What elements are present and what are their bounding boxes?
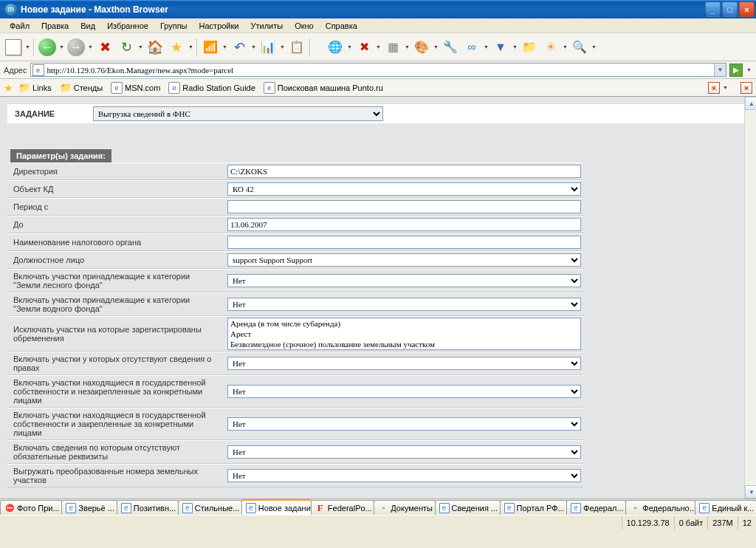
page-body: ЗАДАНИЕ Выгрузка сведений в ФНС Параметр… bbox=[0, 97, 756, 499]
tool-9[interactable]: ☀ bbox=[540, 37, 561, 58]
tab-icon: F bbox=[315, 503, 326, 513]
tool-3[interactable]: ▦ bbox=[382, 37, 403, 58]
menu-view[interactable]: Вид bbox=[75, 20, 101, 32]
forward-button[interactable]: → bbox=[66, 37, 86, 58]
text-input[interactable] bbox=[227, 218, 581, 231]
select-input[interactable]: Нет bbox=[227, 417, 581, 431]
form-row: Объект КДКО 42 bbox=[7, 180, 583, 198]
favorites-button[interactable]: ★ bbox=[166, 37, 187, 58]
close-button[interactable]: × bbox=[739, 1, 755, 17]
go-button[interactable]: ▶ bbox=[729, 64, 743, 77]
tab[interactable]: eПозитивн... bbox=[117, 500, 179, 515]
rss-button[interactable]: 📶 bbox=[200, 37, 221, 58]
status-bar: 10.129.3.78 0 байт 237M 12 bbox=[0, 515, 756, 530]
link-punto[interactable]: eПоисковая машина Punto.ru bbox=[261, 81, 386, 95]
tool-7[interactable]: ▼ bbox=[490, 37, 511, 58]
tab-label: FederalPo... bbox=[328, 504, 372, 513]
tab[interactable]: eСведения ... bbox=[435, 500, 501, 515]
field-label: Включать участки находящиеся в государст… bbox=[7, 408, 225, 439]
link-msn[interactable]: eMSN.com bbox=[108, 81, 163, 95]
select-input[interactable]: Нет bbox=[227, 298, 581, 311]
minimize-button[interactable]: _ bbox=[705, 1, 721, 17]
task-select[interactable]: Выгрузка сведений в ФНС bbox=[93, 106, 383, 121]
home-button[interactable]: 🏠 bbox=[145, 37, 165, 58]
field-label: Включать участки принадлежащие к категор… bbox=[7, 270, 225, 292]
select-input[interactable]: Нет bbox=[227, 274, 581, 287]
status-bytes: 0 байт bbox=[674, 516, 708, 530]
tool-2[interactable]: ✖ bbox=[354, 37, 374, 58]
select-input[interactable]: КО 42 bbox=[227, 182, 581, 196]
tab[interactable]: ⛔Фото При... bbox=[0, 500, 62, 515]
list-option[interactable]: Аренда (в том числе субаренда) bbox=[228, 318, 580, 329]
refresh-button[interactable]: ↻ bbox=[116, 37, 137, 58]
tab[interactable]: FFederalPo... bbox=[311, 500, 374, 515]
menu-settings[interactable]: Настройки bbox=[193, 20, 245, 32]
menu-file[interactable]: Файл bbox=[4, 20, 35, 32]
link-links[interactable]: 📁Links bbox=[16, 81, 55, 95]
tab[interactable]: eПортал РФ... bbox=[500, 500, 568, 515]
form-row: Включать участки принадлежащие к категор… bbox=[7, 292, 583, 316]
list-input[interactable]: Аренда (в том числе субаренда)АрестБезво… bbox=[227, 318, 581, 350]
tool-10[interactable]: 🔍 bbox=[569, 37, 590, 58]
menu-edit[interactable]: Правка bbox=[35, 20, 75, 32]
back-button[interactable]: ← bbox=[37, 37, 58, 58]
close-all-icon[interactable]: × bbox=[740, 82, 752, 94]
text-input[interactable] bbox=[227, 236, 581, 249]
tool-8[interactable]: 📁 bbox=[519, 37, 540, 58]
form-row: Период с bbox=[7, 198, 583, 216]
forward-dropdown[interactable]: ▼ bbox=[87, 37, 94, 58]
menu-groups[interactable]: Группы bbox=[154, 20, 193, 32]
tool-5[interactable]: 🔧 bbox=[440, 37, 461, 58]
address-input[interactable] bbox=[46, 65, 715, 75]
tab[interactable]: eСтильные... bbox=[178, 500, 242, 515]
select-input[interactable]: support Support Support bbox=[227, 253, 581, 267]
stop-button[interactable]: ✖ bbox=[94, 37, 115, 58]
field-cell bbox=[225, 235, 583, 250]
select-input[interactable]: Нет bbox=[227, 445, 581, 459]
tool-4[interactable]: 🎨 bbox=[411, 37, 432, 58]
resource-button[interactable]: 📊 bbox=[258, 37, 278, 58]
back-dropdown[interactable]: ▼ bbox=[58, 37, 65, 58]
new-tab-button[interactable] bbox=[3, 37, 24, 58]
favorites-dropdown[interactable]: ▼ bbox=[188, 37, 194, 58]
tab-icon: ▫ bbox=[630, 503, 640, 513]
maximize-button[interactable]: □ bbox=[722, 1, 738, 17]
select-input[interactable]: Нет bbox=[227, 385, 581, 398]
field-cell: Нет bbox=[225, 356, 583, 371]
menu-window[interactable]: Окно bbox=[289, 20, 320, 32]
link-radio[interactable]: eRadio Station Guide bbox=[165, 81, 258, 95]
undo-button[interactable]: ↶ bbox=[229, 37, 250, 58]
menu-help[interactable]: Справка bbox=[320, 20, 363, 32]
tab[interactable]: ▫Документы bbox=[374, 500, 435, 515]
list-option[interactable]: Безвозмездное (срочное) пользование земе… bbox=[228, 339, 580, 349]
close-tab-icon[interactable]: × bbox=[708, 82, 720, 94]
tool-6[interactable]: ∞ bbox=[461, 37, 482, 58]
address-dropdown[interactable]: ▼ bbox=[714, 64, 726, 76]
tab-label: Зверьё ... bbox=[78, 504, 114, 513]
tab[interactable]: eНовое задание bbox=[241, 499, 312, 515]
scrollbar[interactable] bbox=[744, 97, 756, 499]
field-label: Выгружать преобразованные номера земельн… bbox=[7, 465, 225, 487]
tab[interactable]: ▫Федерально... bbox=[625, 500, 695, 515]
refresh-dropdown[interactable]: ▼ bbox=[137, 37, 144, 58]
tab[interactable]: eЕдиный к... bbox=[695, 500, 756, 515]
list-option[interactable]: Арест bbox=[228, 329, 580, 339]
star-icon[interactable]: ★ bbox=[4, 82, 13, 94]
menu-utilities[interactable]: Утилиты bbox=[244, 20, 289, 32]
tab[interactable]: eЗверьё ... bbox=[61, 500, 117, 515]
link-stands[interactable]: 📁Стенды bbox=[57, 81, 106, 95]
text-input[interactable] bbox=[227, 165, 581, 178]
tab-label: Документы bbox=[391, 504, 433, 513]
text-input[interactable] bbox=[227, 200, 581, 213]
tool-1[interactable]: 🌐 bbox=[325, 37, 346, 58]
new-tab-dropdown[interactable]: ▼ bbox=[24, 37, 31, 58]
page-icon: e bbox=[32, 64, 44, 76]
tab-label: Новое задание bbox=[258, 504, 312, 513]
select-input[interactable]: Нет bbox=[227, 357, 581, 370]
tab-icon: e bbox=[66, 503, 76, 513]
tab[interactable]: eФедерал... bbox=[566, 500, 626, 515]
sidebar-button[interactable]: 📋 bbox=[286, 37, 307, 58]
menu-favorites[interactable]: Избранное bbox=[101, 20, 154, 32]
select-input[interactable]: Нет bbox=[227, 469, 581, 482]
form-row: Включать участки у которых отсутствуют с… bbox=[7, 352, 583, 375]
